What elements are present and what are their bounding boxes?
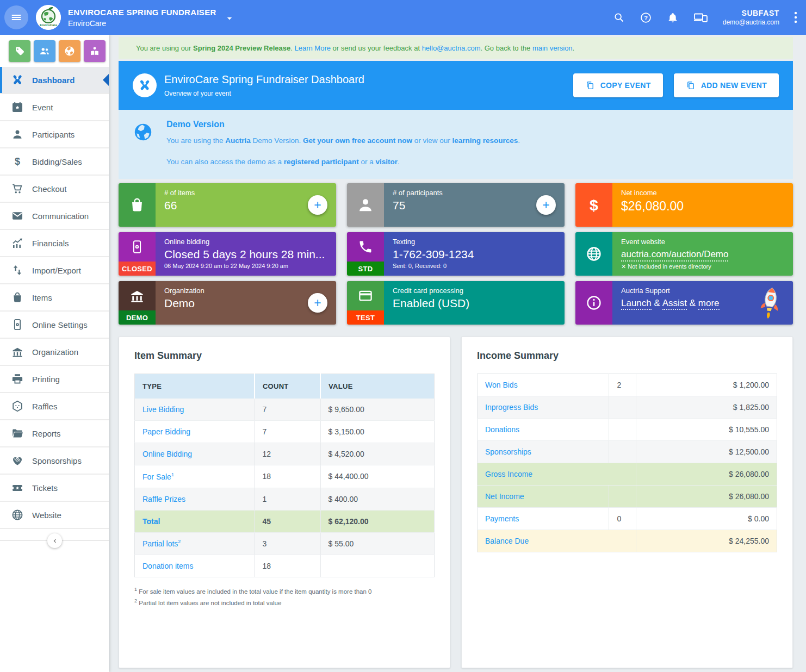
sidebar-item-tickets[interactable]: Tickets [0,475,109,502]
learn-more-link[interactable]: Learn More [295,44,331,52]
phone-icon [347,232,384,262]
sidebar-item-import-export[interactable]: Import/Export [0,257,109,284]
tile-label: Credit card processing [393,287,557,295]
logo-text: EnviroCare [40,23,58,27]
add-participant-button[interactable] [34,40,55,62]
main-version-link[interactable]: main version [532,44,573,52]
sponsorships-link[interactable]: Sponsorships [485,447,531,456]
dashboard-ribbon-icon [11,73,24,86]
add-participant-plus-button[interactable]: + [536,195,556,215]
sidebar-item-organization[interactable]: Organization [0,339,109,366]
table-row: Live Bidding 7 $ 9,650.00 [135,399,435,421]
tile-label: # of items [164,189,328,197]
net-income-link[interactable]: Net Income [485,492,524,501]
sidebar-item-checkout[interactable]: Checkout [0,176,109,203]
phone-gear-icon [119,232,156,262]
visitor-link[interactable]: visitor [375,158,398,166]
event-switcher-caret-icon[interactable] [224,13,235,24]
sidebar-item-sponsorships[interactable]: Sponsorships [0,447,109,475]
launch-link[interactable]: Launch [621,298,652,310]
help-icon[interactable]: ? [640,11,652,24]
table-row: For Sale1 18 $ 44,400.00 [135,465,435,488]
texting-stats: Sent: 0, Received: 0 [393,263,557,269]
shopping-bag-icon [119,183,156,227]
sidebar-item-event[interactable]: Event [0,94,109,121]
open-website-button[interactable] [59,40,80,62]
sidebar-collapse-button[interactable] [47,533,62,548]
live-bidding-link[interactable]: Live Bidding [142,405,184,414]
sidebar-item-participants[interactable]: Participants [0,121,109,148]
income-summary-table: Won Bids 2 $ 1,200.00 Inprogress Bids $ … [477,374,777,552]
sidebar-item-bidding-sales[interactable]: $ Bidding/Sales [0,148,109,176]
sidebar-item-reports[interactable]: Reports [0,420,109,447]
hamburger-menu-button[interactable] [4,5,28,29]
assist-link[interactable]: Assist [662,298,687,310]
sidebar-item-label: Financials [32,239,69,248]
organization-tile[interactable]: DEMO Organization Demo + [119,281,336,325]
kebab-menu-icon[interactable] [794,11,797,23]
inprogress-bids-link[interactable]: Inprogress Bids [485,403,538,412]
sidebar-item-communication[interactable]: Communication [0,203,109,230]
texting-tile[interactable]: STD Texting 1-762-309-1234 Sent: 0, Rece… [347,232,565,276]
online-bidding-tile[interactable]: CLOSED Online bidding Closed 5 days 2 ho… [119,232,336,276]
event-website-tile[interactable]: Event website auctria.com/auction/Demo ✕… [575,232,793,276]
more-link[interactable]: more [698,298,720,310]
rocket-icon [754,284,786,322]
sidebar-item-label: Event [32,103,53,112]
online-bidding-link[interactable]: Online Bidding [142,450,192,458]
user-account[interactable]: SUBFAST demo@auctria.com [723,9,779,26]
sidebar-item-items[interactable]: Items [0,284,109,312]
footnote: 1 For sale item values are included in t… [134,586,435,596]
sidebar-item-printing[interactable]: Printing [0,366,109,393]
learning-resources-button[interactable] [84,40,106,62]
total-link[interactable]: Total [142,517,160,526]
donations-link[interactable]: Donations [485,425,519,434]
notifications-bell-icon[interactable] [667,11,679,23]
learning-resources-link[interactable]: learning resources [452,136,518,145]
dashboard-header-icon [133,73,157,97]
demo-version-title: Demo Version [166,120,520,129]
add-item-plus-button[interactable]: + [308,195,327,215]
credit-card-tile[interactable]: TEST Credit card processing Enabled (USD… [347,281,565,325]
devices-icon[interactable] [693,11,708,24]
sidebar-item-label: Online Settings [32,320,88,329]
participants-tile[interactable]: # of participants 75 + [347,183,565,227]
ticket-icon [11,481,24,494]
add-new-event-button[interactable]: ADD NEW EVENT [674,73,779,97]
feedback-email-link[interactable]: hello@auctria.com [422,44,481,52]
table-row: Sponsorships $ 12,500.00 [478,441,777,463]
table-row: Donations $ 10,555.00 [478,419,777,441]
paper-bidding-link[interactable]: Paper Bidding [142,427,190,436]
sidebar-item-dashboard[interactable]: Dashboard [0,67,109,94]
copy-event-button[interactable]: COPY EVENT [573,73,663,97]
organization-icon [11,345,24,358]
raffle-prizes-link[interactable]: Raffle Prizes [142,495,185,503]
free-account-link[interactable]: Get your own free account now [303,136,412,145]
status-badge: STD [347,262,384,276]
sidebar-item-website[interactable]: Website [0,502,109,529]
add-organization-plus-button[interactable]: + [308,293,327,313]
partial-lots-link[interactable]: Partial lots2 [142,539,181,548]
sidebar-item-online-settings[interactable]: Online Settings [0,312,109,339]
items-tile[interactable]: # of items 66 + [119,183,336,227]
sidebar-item-label: Website [32,511,61,520]
auctria-support-tile[interactable]: Auctria Support Launch & Assist & more [575,281,793,325]
status-badge: DEMO [119,310,156,325]
sidebar-item-label: Import/Export [32,266,81,275]
for-sale-link[interactable]: For Sale1 [142,472,174,481]
gross-income-link[interactable]: Gross Income [485,470,532,478]
search-icon[interactable] [613,11,625,23]
svg-text:$: $ [590,196,598,214]
event-website-link[interactable]: auctria.com/auction/Demo [621,249,728,262]
won-bids-link[interactable]: Won Bids [485,381,518,389]
payments-link[interactable]: Payments [485,514,519,523]
sidebar-item-financials[interactable]: Financials [0,230,109,257]
sidebar-item-raffles[interactable]: Raffles [0,393,109,420]
add-item-button[interactable] [9,40,30,62]
status-badge: TEST [347,310,384,325]
registered-participant-link[interactable]: registered participant [284,158,359,166]
balance-due-link[interactable]: Balance Due [485,537,529,545]
item-summary-table: TYPE COUNT VALUE Live Bidding 7 $ 9,650.… [134,374,435,577]
donation-items-link[interactable]: Donation items [142,562,193,570]
net-income-tile[interactable]: $ Net income $26,080.00 [575,183,793,227]
